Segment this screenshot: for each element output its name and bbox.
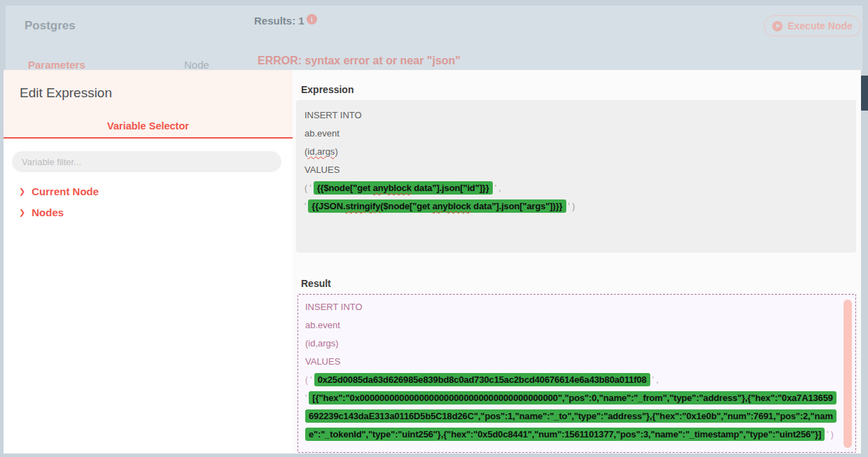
expression-highlight: [{"hex":"0x00000000000000000000000000000… [305,393,836,440]
code-line: ( '0x25d0085da63d626985e839bd8c0ad730c15… [305,371,834,389]
code-text: (id,args) [304,146,338,157]
variable-filter-input[interactable] [12,151,281,172]
code-text: ' ) [827,430,834,440]
result-preview: INSERT INTOab.event(id,args)VALUES( '0x2… [298,294,856,453]
code-line: (id,args) [304,143,848,161]
node-detail-view-dimmed: Postgres Results: 1 i Execute Node Param… [6,6,862,70]
result-section-label: Result [301,278,331,289]
node-title: Postgres [24,19,76,33]
info-icon[interactable]: i [307,14,317,24]
expression-editor[interactable]: INSERT INTOab.event(id,args)VALUES( '{{$… [296,100,856,253]
modal-scrollbar-track[interactable] [861,70,868,457]
code-line: ( '{{$node["get anyblock data"].json["id… [304,179,848,197]
modal-scrollbar-thumb[interactable] [861,76,868,111]
result-scrollbar-thumb[interactable] [844,300,852,448]
tab-node[interactable]: Node [184,59,209,70]
expression-panel: Expression INSERT INTOab.event(id,args)V… [293,70,861,454]
chevron-right-icon: ❯ [19,208,25,217]
viewport: Postgres Results: 1 i Execute Node Param… [0,0,868,457]
code-text: ' [304,202,306,211]
expression-highlight: {{$node["get anyblock data"].json["id"]}… [314,183,493,193]
expression-highlight: 0x25d0085da63d626985e839bd8c0ad730c15ac2… [314,374,650,385]
results-count: Results: 1 [254,15,304,27]
error-heading: ERROR: syntax error at or near "json" [258,55,461,67]
code-text: ( ' [304,183,312,193]
tree-item-label: Nodes [31,206,64,218]
code-text: ab.event [304,128,340,139]
code-text: INSERT INTO [304,110,362,120]
code-text: ab.event [305,320,340,330]
code-line: INSERT INTO [304,106,848,125]
expression-highlight: {{JSON.stringify($node["get anyblock dat… [308,201,566,211]
tab-variable-selector[interactable]: Variable Selector [4,120,293,132]
code-line: VALUES [305,353,834,371]
code-text: ' ) [568,202,575,211]
code-text: ( ' [305,375,312,385]
code-text: VALUES [304,164,340,175]
code-text: (id,args) [305,338,339,349]
code-line: '[{"hex":"0x0000000000000000000000000000… [305,389,834,444]
code-line: ab.event [304,125,848,143]
execute-node-label: Execute Node [788,20,853,31]
code-text: ' [305,393,307,403]
code-line: VALUES [304,161,848,179]
edit-expression-modal: Edit Expression Variable Selector ❯ Curr… [4,70,861,454]
tree-item-current-node[interactable]: ❯ Current Node [19,184,99,198]
code-line: INSERT INTO [305,298,834,316]
modal-header: Edit Expression Variable Selector [4,70,293,139]
modal-title: Edit Expression [20,85,112,101]
code-text: INSERT INTO [305,302,363,312]
expression-section-label: Expression [301,84,354,95]
variable-selector-panel: Edit Expression Variable Selector ❯ Curr… [4,70,293,454]
code-line: ab.event [305,316,834,335]
code-text: ' , [652,375,659,385]
tab-parameters[interactable]: Parameters [28,59,85,70]
tree-item-label: Current Node [31,185,99,197]
tree-item-nodes[interactable]: ❯ Nodes [19,205,64,219]
code-line: '{{JSON.stringify($node["get anyblock da… [304,197,848,216]
play-icon [772,21,783,31]
chevron-right-icon: ❯ [19,187,25,196]
code-line: (id,args) [305,335,834,353]
code-text: ' , [495,183,501,193]
execute-node-button[interactable]: Execute Node [764,15,861,36]
code-text: VALUES [305,356,340,367]
